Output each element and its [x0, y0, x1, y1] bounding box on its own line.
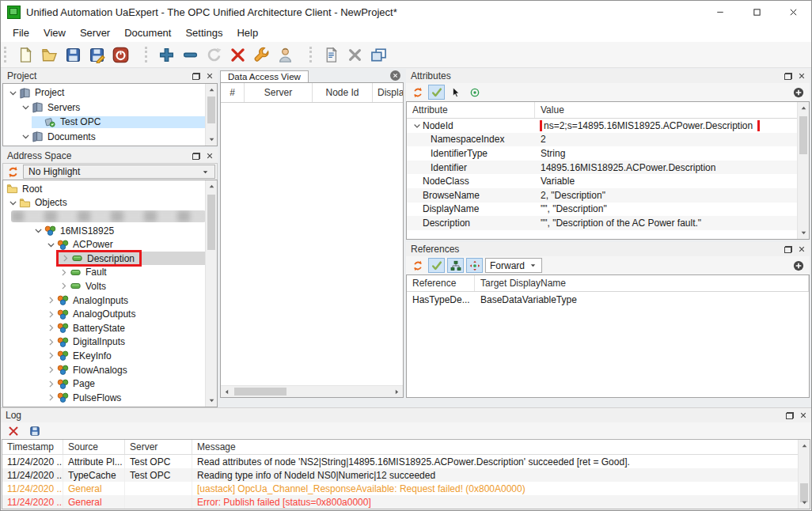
- attribute-row-identifiertype[interactable]: IdentifierTypeString: [407, 146, 809, 161]
- tree-item-Root[interactable]: Root: [3, 182, 217, 196]
- tree-item-Objects[interactable]: Objects: [3, 196, 217, 210]
- save-project-as-button[interactable]: [85, 44, 108, 65]
- log-column-message[interactable]: Message: [192, 440, 810, 454]
- scrollbar-thumb[interactable]: [207, 195, 215, 250]
- toolbar-handle[interactable]: [4, 47, 7, 62]
- auto-refresh-button[interactable]: [428, 258, 445, 273]
- log-row-info[interactable]: 11/24/2020 ...TypeCacheTest OPCReading t…: [2, 468, 810, 482]
- close-button[interactable]: [775, 1, 811, 23]
- add-document-button[interactable]: [319, 44, 343, 65]
- dav-empty-area[interactable]: [221, 103, 403, 397]
- reference-row[interactable]: HasTypeDe...BaseDataVariableType: [407, 292, 809, 307]
- scrollbar-thumb[interactable]: [799, 116, 807, 154]
- log-row-warning[interactable]: 11/24/2020 ...General[uastack] OpcUa_Cha…: [2, 482, 810, 495]
- log-column-server[interactable]: Server: [125, 440, 192, 454]
- chevron-right-icon[interactable]: [44, 295, 57, 305]
- log-column-timestamp[interactable]: Timestamp: [2, 440, 63, 454]
- scroll-down-icon[interactable]: [798, 227, 810, 239]
- chevron-right-icon[interactable]: [44, 309, 57, 320]
- attribute-row-nodeclass[interactable]: NodeClassVariable: [407, 174, 809, 188]
- highlight-filter-select[interactable]: No Highlight: [23, 165, 215, 179]
- references-column-target-displayname[interactable]: Target DisplayName: [475, 275, 809, 291]
- attributes-column-value[interactable]: Value: [535, 102, 809, 118]
- windows-button[interactable]: [366, 44, 390, 65]
- add-custom-button[interactable]: [790, 258, 806, 273]
- scroll-right-icon[interactable]: [391, 386, 403, 398]
- menu-document[interactable]: Document: [117, 25, 178, 41]
- server-settings-button[interactable]: [249, 44, 273, 65]
- hierarchy-view-button[interactable]: [447, 258, 464, 273]
- tree-item-PulseFlows[interactable]: PulseFlows: [3, 391, 217, 405]
- log-row-info[interactable]: 11/24/2020 ...Attribute Pl...Test OPCRea…: [2, 455, 810, 468]
- menu-help[interactable]: Help: [230, 25, 265, 41]
- tree-item-BatteryState[interactable]: BatteryState: [3, 321, 217, 335]
- log-scrollbar[interactable]: [798, 440, 810, 509]
- tree-item-Documents[interactable]: Documents: [3, 130, 217, 145]
- dav-column-#[interactable]: #: [221, 83, 245, 102]
- project-scrollbar[interactable]: [205, 84, 217, 146]
- scroll-down-icon[interactable]: [799, 497, 810, 509]
- chevron-right-icon[interactable]: [44, 392, 57, 403]
- attributes-column-attribute[interactable]: Attribute: [407, 102, 535, 118]
- chevron-right-icon[interactable]: [59, 253, 71, 263]
- chevron-right-icon[interactable]: [44, 350, 57, 361]
- tree-item-Fault[interactable]: Fault: [3, 266, 217, 280]
- remove-server-button[interactable]: [178, 44, 202, 65]
- scroll-down-icon[interactable]: [206, 395, 218, 407]
- quit-button[interactable]: [108, 44, 132, 65]
- float-panel-icon[interactable]: [784, 246, 792, 253]
- scroll-up-icon[interactable]: [799, 440, 810, 452]
- attribute-row-description[interactable]: Description"", "Description of the AC Po…: [407, 216, 809, 230]
- close-panel-icon[interactable]: [798, 245, 806, 253]
- references-column-reference[interactable]: Reference: [407, 275, 475, 291]
- chevron-down-icon[interactable]: [32, 225, 44, 236]
- chevron-down-icon[interactable]: [19, 102, 32, 112]
- close-panel-icon[interactable]: [206, 152, 214, 160]
- tree-item-Page[interactable]: Page: [3, 377, 217, 391]
- attribute-row-identifier[interactable]: Identifier14895.16MIS18925.ACPower.Descr…: [407, 161, 809, 175]
- add-server-button[interactable]: [154, 44, 178, 65]
- tree-item-FlowAnalogs[interactable]: FlowAnalogs: [3, 363, 217, 377]
- chevron-down-icon[interactable]: [412, 121, 423, 131]
- chevron-down-icon[interactable]: [6, 198, 19, 208]
- minimize-button[interactable]: [702, 1, 738, 23]
- tree-item-16MIS18925[interactable]: 16MIS18925: [3, 224, 217, 238]
- attribute-row-namespaceindex[interactable]: NamespaceIndex2: [407, 133, 809, 147]
- toolbar-handle[interactable]: [309, 47, 313, 62]
- menu-file[interactable]: File: [6, 25, 36, 41]
- refresh-attributes-button[interactable]: [409, 85, 426, 100]
- tree-item-AnalogInputs[interactable]: AnalogInputs: [3, 293, 217, 308]
- chevron-right-icon[interactable]: [57, 267, 70, 278]
- tree-item-Test OPC[interactable]: Test OPC: [3, 115, 217, 130]
- open-project-button[interactable]: [37, 44, 61, 65]
- float-panel-icon[interactable]: [786, 412, 794, 419]
- dav-column-node-id[interactable]: Node Id: [313, 83, 373, 102]
- attribute-row-browsename[interactable]: BrowseName2, "Description": [407, 188, 809, 203]
- chevron-down-icon[interactable]: [44, 240, 57, 250]
- connect-server-button[interactable]: [202, 44, 226, 65]
- add-custom-button[interactable]: [790, 85, 806, 100]
- refresh-references-button[interactable]: [409, 258, 426, 273]
- tree-item-Servers[interactable]: Servers: [3, 100, 217, 115]
- scrollbar-thumb[interactable]: [234, 388, 286, 396]
- clear-log-button[interactable]: [5, 423, 21, 438]
- menu-server[interactable]: Server: [73, 25, 117, 41]
- remove-document-button[interactable]: [343, 44, 366, 65]
- dav-horizontal-scrollbar[interactable]: [221, 385, 403, 397]
- menu-view[interactable]: View: [36, 25, 73, 41]
- attribute-row-displayname[interactable]: DisplayName"", "Description": [407, 203, 809, 217]
- refresh-button[interactable]: [5, 165, 21, 179]
- log-row-error[interactable]: 11/24/2020 ...GeneralError: Publish fail…: [2, 495, 810, 509]
- attribute-row-nodeid[interactable]: NodeIdns=2;s=14895.16MIS18925.ACPower.De…: [407, 119, 809, 133]
- select-mode-button[interactable]: [447, 85, 464, 100]
- close-panel-icon[interactable]: [206, 72, 214, 80]
- dav-column-server[interactable]: Server: [245, 83, 313, 102]
- scroll-up-icon[interactable]: [798, 102, 810, 114]
- tab-data-access-view[interactable]: Data Access View: [220, 70, 309, 82]
- follow-references-button[interactable]: [466, 258, 483, 273]
- new-project-button[interactable]: [13, 44, 37, 65]
- log-column-source[interactable]: Source: [63, 440, 125, 454]
- tree-item-AnalogOutputs[interactable]: AnalogOutputs: [3, 307, 217, 321]
- scroll-up-icon[interactable]: [206, 180, 218, 192]
- disconnect-server-button[interactable]: [226, 44, 249, 65]
